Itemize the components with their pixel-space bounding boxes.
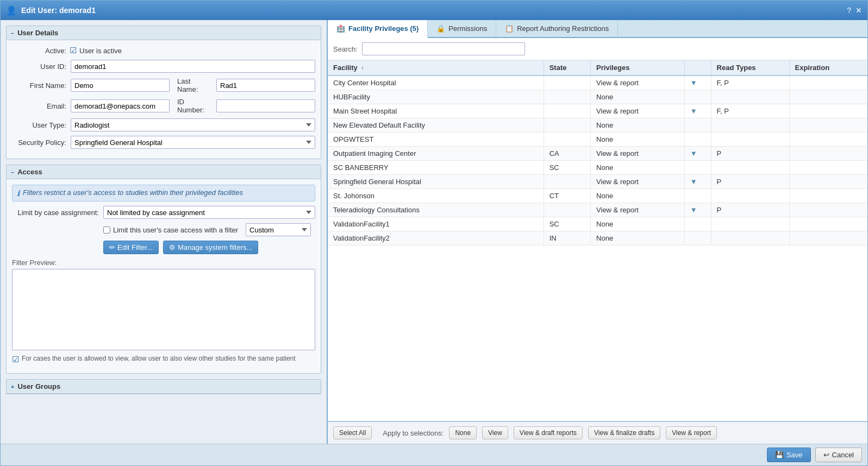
- facility-filter-cell[interactable]: ▼: [684, 147, 711, 161]
- state-header[interactable]: State: [544, 60, 590, 75]
- facility-state-cell: [544, 75, 590, 90]
- facility-name-cell: New Elevated Default Facility: [328, 118, 544, 133]
- filter-icon[interactable]: ▼: [690, 79, 697, 87]
- view-report-button[interactable]: View & report: [666, 426, 717, 439]
- table-row[interactable]: St. JohonsonCTNone: [328, 189, 867, 203]
- dialog-title: Edit User: demorad1: [21, 6, 96, 15]
- table-row[interactable]: ValidationFacility2INNone: [328, 231, 867, 245]
- active-row: Active: ☑ User is active: [12, 46, 315, 55]
- active-checkbox-label[interactable]: ☑ User is active: [70, 46, 122, 55]
- facility-tab-label: Facility Privileges (5): [348, 24, 419, 33]
- facility-privileges-cell: None: [591, 217, 685, 231]
- right-panel: 🏥 Facility Privileges (5) 🔒 Permissions …: [327, 20, 867, 444]
- facility-privileges-cell: None: [591, 231, 685, 245]
- facility-name-cell: Main Street Hospital: [328, 104, 544, 118]
- view-draft-button[interactable]: View & draft reports: [514, 426, 583, 439]
- filter-checkbox-label[interactable]: Limit this user's case access with a fil…: [103, 226, 238, 234]
- userid-input[interactable]: [71, 60, 315, 73]
- privileges-header[interactable]: Privileges: [591, 60, 685, 75]
- access-info-text: Filters restrict a user's access to stud…: [23, 188, 243, 197]
- filter-icon[interactable]: ▼: [690, 149, 697, 158]
- facility-filter-cell[interactable]: ▼: [684, 175, 711, 189]
- apply-label: Apply to selections:: [383, 429, 444, 437]
- table-row[interactable]: ValidationFacility1SCNone: [328, 217, 867, 231]
- secpolicy-select[interactable]: Springfield General Hospital: [71, 136, 315, 149]
- table-row[interactable]: Outpatient Imaging CenterCAView & report…: [328, 147, 867, 161]
- table-row[interactable]: OPGWTESTNone: [328, 133, 867, 147]
- expiration-header[interactable]: Expiration: [789, 60, 867, 75]
- search-input[interactable]: [362, 42, 525, 55]
- usertype-select[interactable]: Radiologist: [71, 118, 315, 131]
- table-row[interactable]: New Elevated Default FacilityNone: [328, 118, 867, 133]
- cancel-button[interactable]: ↩ Cancel: [815, 448, 862, 462]
- table-row[interactable]: City Center HospitalView & report▼F, P: [328, 75, 867, 90]
- facility-privileges-cell: None: [591, 90, 685, 104]
- dialog-body: – User Details Active: ☑ User is active: [1, 20, 867, 444]
- facility-state-cell: IN: [544, 231, 590, 245]
- facility-name-cell: SC BANEBERRY: [328, 161, 544, 175]
- idnumber-input[interactable]: [216, 99, 315, 112]
- facility-readtypes-cell: [711, 217, 789, 231]
- filter-icon[interactable]: ▼: [690, 206, 697, 214]
- report-tab-icon: 📋: [505, 24, 514, 33]
- filter-icon[interactable]: ▼: [690, 178, 697, 186]
- filter-buttons-row: ✏ Edit Filter... ⚙ Manage system filters…: [12, 241, 315, 254]
- view-button[interactable]: View: [482, 426, 508, 439]
- edit-filter-button[interactable]: ✏ Edit Filter...: [103, 241, 159, 254]
- save-icon: 💾: [775, 451, 784, 459]
- facility-expiration-cell: [789, 217, 867, 231]
- filter-checkbox[interactable]: [103, 226, 110, 234]
- manage-filters-button[interactable]: ⚙ Manage system filters...: [163, 241, 258, 254]
- access-label: Access: [17, 168, 42, 176]
- facility-filter-cell[interactable]: ▼: [684, 203, 711, 217]
- access-collapse-icon[interactable]: –: [11, 169, 14, 175]
- tab-facility[interactable]: 🏥 Facility Privileges (5): [328, 20, 428, 38]
- lastname-label: Last Name:: [177, 77, 212, 93]
- custom-select[interactable]: Custom: [246, 223, 311, 236]
- active-label: Active:: [12, 47, 66, 55]
- table-row[interactable]: HUBFacilityNone: [328, 90, 867, 104]
- idnumber-label: ID Number:: [177, 98, 212, 114]
- facility-filter-cell[interactable]: ▼: [684, 104, 711, 118]
- allow-studies-checkbox[interactable]: ☑: [12, 355, 19, 364]
- facility-filter-cell[interactable]: ▼: [684, 75, 711, 90]
- facility-header[interactable]: Facility ↑: [328, 60, 544, 75]
- select-all-button[interactable]: Select All: [333, 426, 372, 439]
- readtypes-header[interactable]: Read Types: [711, 60, 789, 75]
- lastname-input[interactable]: [216, 79, 315, 92]
- firstname-input[interactable]: [71, 79, 170, 92]
- none-button[interactable]: None: [449, 426, 477, 439]
- user-groups-collapse-icon[interactable]: +: [11, 383, 14, 390]
- help-button[interactable]: ?: [847, 6, 851, 15]
- collapse-icon[interactable]: –: [11, 30, 14, 36]
- view-finalize-button[interactable]: View & finalize drafts: [588, 426, 660, 439]
- dialog-titlebar: 👤 Edit User: demorad1 ? ✕: [1, 1, 867, 20]
- email-input[interactable]: [71, 99, 170, 112]
- email-label: Email:: [12, 102, 66, 110]
- tab-permissions[interactable]: 🔒 Permissions: [428, 20, 496, 37]
- limit-case-select[interactable]: Not limited by case assignment: [103, 206, 315, 219]
- active-checkbox[interactable]: ☑: [70, 46, 77, 55]
- facility-expiration-cell: [789, 175, 867, 189]
- facility-privileges-cell: View & report: [591, 147, 685, 161]
- close-button[interactable]: ✕: [855, 6, 862, 15]
- facility-name-cell: St. Johonson: [328, 189, 544, 203]
- facility-state-cell: [544, 175, 590, 189]
- table-row[interactable]: SC BANEBERRYSCNone: [328, 161, 867, 175]
- save-button[interactable]: 💾 Save: [767, 448, 811, 462]
- facility-state-cell: CT: [544, 189, 590, 203]
- table-row[interactable]: Main Street HospitalView & report▼F, P: [328, 104, 867, 118]
- table-row[interactable]: Teleradiology ConsultationsView & report…: [328, 203, 867, 217]
- facility-filter-cell: [684, 161, 711, 175]
- access-content: ℹ Filters restrict a user's access to st…: [7, 179, 321, 373]
- table-row[interactable]: Springfield General HospitalView & repor…: [328, 175, 867, 189]
- facility-name-cell: Teleradiology Consultations: [328, 203, 544, 217]
- filter-icon[interactable]: ▼: [690, 107, 697, 115]
- facility-filter-cell: [684, 90, 711, 104]
- facility-expiration-cell: [789, 90, 867, 104]
- facility-readtypes-cell: [711, 118, 789, 133]
- report-tab-label: Report Authoring Restrictions: [517, 24, 609, 33]
- facility-readtypes-cell: F, P: [711, 104, 789, 118]
- secpolicy-label: Security Policy:: [12, 138, 66, 147]
- tab-report[interactable]: 📋 Report Authoring Restrictions: [496, 20, 618, 37]
